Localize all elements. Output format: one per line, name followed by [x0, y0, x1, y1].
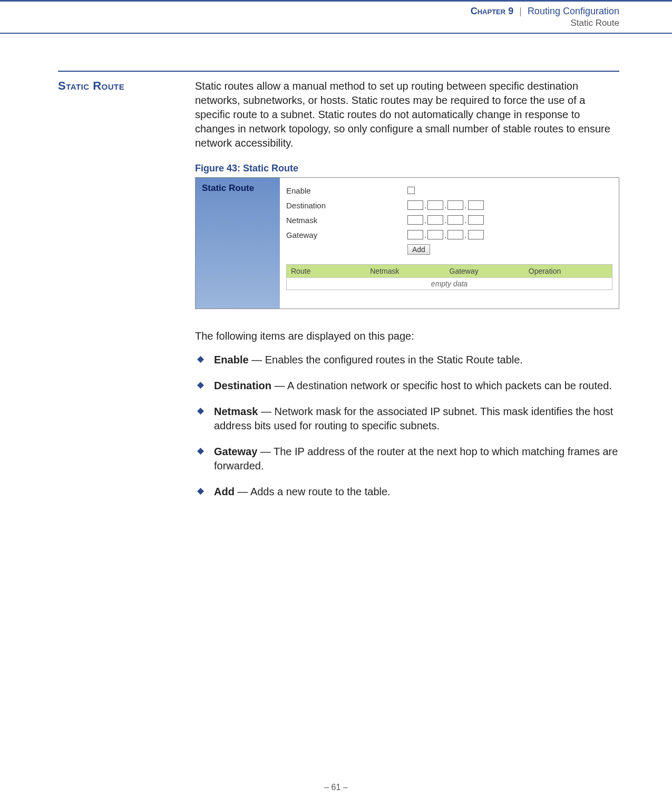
figure-screenshot: Static Route Enable Destination . . . — [195, 177, 619, 309]
intro-paragraph: Static routes allow a manual method to s… — [195, 79, 619, 150]
label-netmask: Netmask — [286, 216, 407, 225]
ip-octet-input[interactable] — [468, 230, 484, 239]
enable-checkbox[interactable] — [407, 187, 415, 194]
item-desc: — The IP address of the router at the ne… — [214, 446, 618, 472]
items-list: Enable — Enables the configured routes i… — [195, 353, 619, 499]
item-term: Destination — [214, 380, 271, 391]
chapter-separator: | — [519, 6, 522, 16]
item-term: Enable — [214, 354, 249, 365]
section-heading: Static Route — [58, 79, 195, 93]
screenshot-sidebar: Static Route — [196, 178, 280, 309]
page-number: – 61 – — [324, 783, 347, 792]
col-operation: Operation — [529, 267, 608, 275]
ip-octet-input[interactable] — [447, 200, 463, 210]
ip-octet-input[interactable] — [407, 215, 423, 225]
chapter-subtitle: Static Route — [0, 18, 619, 28]
item-desc: — Network mask for the associated IP sub… — [214, 406, 613, 431]
figure-caption: Figure 43: Static Route — [195, 163, 619, 174]
form-row-destination: Destination . . . — [286, 198, 612, 213]
ip-octet-input[interactable] — [427, 215, 443, 225]
item-term: Gateway — [214, 446, 257, 457]
section-rule — [58, 71, 619, 72]
ip-octet-input[interactable] — [447, 215, 463, 225]
items-intro: The following items are displayed on thi… — [195, 330, 619, 342]
ip-octet-input[interactable] — [468, 200, 484, 210]
form-row-enable: Enable — [286, 183, 612, 198]
form-row-gateway: Gateway . . . — [286, 227, 612, 242]
item-term: Add — [214, 486, 235, 497]
item-term: Netmask — [214, 406, 258, 417]
label-destination: Destination — [286, 201, 407, 210]
item-desc: — A destination network or specific host… — [271, 380, 612, 391]
col-route: Route — [291, 267, 370, 275]
ip-octet-input[interactable] — [407, 230, 423, 239]
col-netmask: Netmask — [370, 267, 449, 275]
page-content: Static Route Static routes allow a manua… — [0, 71, 672, 511]
ip-octet-input[interactable] — [468, 215, 484, 225]
col-gateway: Gateway — [450, 267, 529, 275]
chapter-line: Chapter 9 | Routing Configuration — [0, 6, 619, 17]
chapter-title: Routing Configuration — [528, 6, 619, 16]
destination-ip-group: . . . — [407, 200, 484, 210]
screenshot-main: Enable Destination . . . Netmask — [280, 178, 619, 309]
list-item: Gateway — The IP address of the router a… — [195, 445, 619, 473]
ip-octet-input[interactable] — [407, 200, 423, 210]
gateway-ip-group: . . . — [407, 230, 484, 239]
list-item: Add — Adds a new route to the table. — [195, 485, 619, 499]
route-table-empty: empty data — [287, 277, 612, 290]
label-gateway: Gateway — [286, 230, 407, 239]
list-item: Destination — A destination network or s… — [195, 379, 619, 393]
page-footer: – 61 – — [0, 783, 672, 792]
screenshot-sidebar-label: Static Route — [202, 183, 254, 193]
item-desc: — Enables the configured routes in the S… — [249, 354, 523, 365]
form-row-netmask: Netmask . . . — [286, 213, 612, 227]
ip-octet-input[interactable] — [427, 200, 443, 210]
netmask-ip-group: . . . — [407, 215, 484, 225]
route-table-header: Route Netmask Gateway Operation — [287, 265, 612, 277]
chapter-label: Chapter 9 — [471, 6, 513, 16]
list-item: Netmask — Network mask for the associate… — [195, 405, 619, 433]
item-desc: — Adds a new route to the table. — [235, 486, 391, 497]
route-table: Route Netmask Gateway Operation empty da… — [286, 264, 612, 290]
add-button[interactable]: Add — [407, 244, 430, 255]
ip-octet-input[interactable] — [427, 230, 443, 239]
page-header: Chapter 9 | Routing Configuration Static… — [0, 0, 672, 34]
label-enable: Enable — [286, 186, 407, 195]
ip-octet-input[interactable] — [447, 230, 463, 239]
list-item: Enable — Enables the configured routes i… — [195, 353, 619, 367]
